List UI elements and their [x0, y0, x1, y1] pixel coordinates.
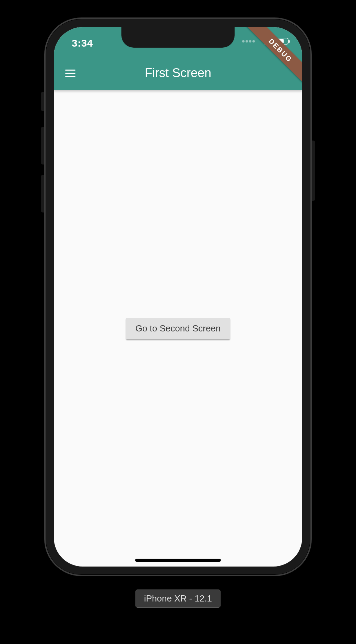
home-indicator[interactable] — [135, 559, 221, 562]
cellular-dots-icon — [242, 40, 255, 42]
status-right-cluster — [242, 37, 288, 45]
notch — [121, 27, 235, 48]
simulator-stage: DEBUG 3:34 — [0, 0, 356, 644]
menu-button[interactable] — [60, 63, 81, 83]
battery-icon — [275, 38, 288, 45]
device-caption: iPhone XR - 12.1 — [135, 590, 221, 608]
status-time: 3:34 — [72, 37, 93, 49]
scaffold-body: Go to Second Screen — [54, 90, 302, 567]
page-title: First Screen — [54, 66, 302, 80]
phone-frame: DEBUG 3:34 — [44, 17, 312, 576]
hamburger-icon — [65, 73, 75, 74]
app-bar: First Screen — [54, 56, 302, 90]
phone-screen: DEBUG 3:34 — [54, 27, 302, 567]
go-to-second-screen-button[interactable]: Go to Second Screen — [126, 318, 230, 339]
wifi-icon — [260, 37, 271, 45]
